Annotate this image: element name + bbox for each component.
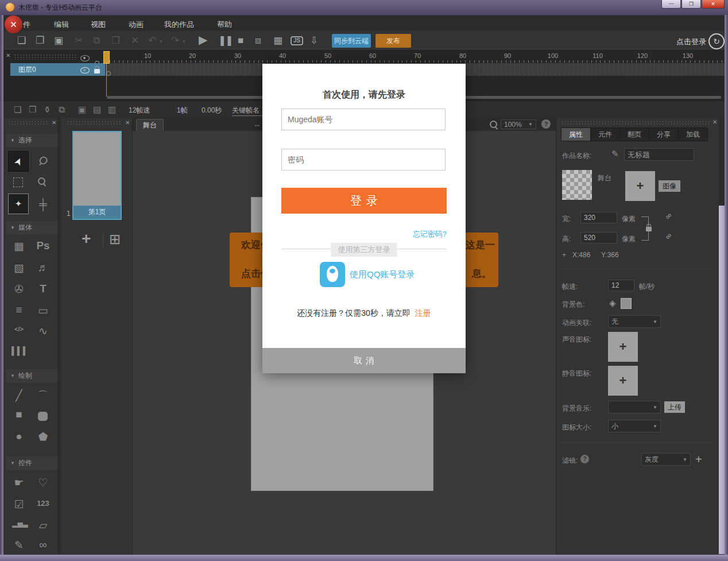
- duplicate-layer-icon[interactable]: ⧉: [59, 105, 65, 114]
- tab-paging[interactable]: 翻页: [620, 127, 649, 141]
- edit-name-icon[interactable]: ✎: [611, 149, 619, 159]
- polygon-tool[interactable]: ⬟: [34, 430, 52, 443]
- close-badge-button[interactable]: ✕: [5, 16, 22, 33]
- open-file-icon[interactable]: ❐: [36, 36, 44, 45]
- tab-components[interactable]: 元件: [591, 127, 620, 141]
- menu-help[interactable]: 帮助: [217, 20, 232, 30]
- photoshop-tool[interactable]: Ps: [34, 239, 52, 252]
- layer-lock-icon[interactable]: [94, 69, 100, 73]
- timeline-close-icon[interactable]: ✕: [6, 53, 10, 59]
- coupon-widget[interactable]: ▱: [34, 519, 52, 532]
- minimize-button[interactable]: —: [661, 0, 681, 9]
- password-input[interactable]: [281, 149, 446, 171]
- guides-tool[interactable]: ╪: [34, 198, 52, 211]
- new-file-icon[interactable]: ❏: [17, 36, 26, 45]
- anim-link-dropdown[interactable]: 无 ▼: [608, 315, 661, 328]
- upload-button[interactable]: 上传: [664, 401, 685, 413]
- stage-help-button[interactable]: ?: [541, 119, 551, 129]
- new-layer-icon[interactable]: ❏: [14, 105, 21, 114]
- maximize-button[interactable]: ❐: [681, 0, 701, 9]
- height-link-icon[interactable]: ∞: [663, 231, 673, 241]
- menu-animation[interactable]: 动画: [129, 20, 144, 30]
- export-icon[interactable]: ⇩: [310, 36, 318, 45]
- sign-widget[interactable]: ✎: [10, 539, 28, 552]
- section-draw[interactable]: ▼ 绘制: [6, 369, 59, 382]
- chart-tool[interactable]: ∿: [34, 324, 52, 338]
- line-tool[interactable]: ╱: [10, 389, 28, 402]
- register-link[interactable]: 注册: [415, 308, 431, 318]
- add-page-button[interactable]: +: [82, 230, 91, 248]
- qrcode-icon[interactable]: ▦: [273, 36, 282, 45]
- paste-icon[interactable]: ❒: [111, 36, 120, 45]
- menu-view[interactable]: 视图: [91, 20, 106, 30]
- like-widget[interactable]: ♡: [34, 476, 52, 489]
- clear-keyframe-icon[interactable]: ▥: [108, 105, 116, 114]
- rounded-rect-tool[interactable]: [38, 412, 48, 421]
- login-button[interactable]: 登录: [281, 188, 447, 214]
- rank-widget[interactable]: ▂▅▃: [10, 520, 30, 528]
- properties-scrollbar[interactable]: [719, 118, 725, 554]
- js-export-icon[interactable]: JS: [291, 36, 303, 45]
- undo-caret-icon[interactable]: ▾: [160, 37, 162, 47]
- ratio-lock-icon[interactable]: [646, 227, 652, 231]
- keyframe-dot[interactable]: [106, 71, 111, 76]
- delete-icon[interactable]: ✕: [131, 36, 139, 45]
- new-folder-icon[interactable]: ❐: [29, 105, 36, 114]
- cancel-button[interactable]: 取消: [262, 348, 466, 373]
- delete-layer-icon[interactable]: ⚱: [44, 105, 51, 114]
- add-mute-icon-button[interactable]: +: [608, 366, 638, 396]
- bgcolor-swatch[interactable]: [621, 298, 632, 309]
- circle-tool[interactable]: ●: [10, 430, 28, 443]
- audio-tool[interactable]: ♬: [34, 261, 52, 274]
- add-stage-image-button[interactable]: +: [625, 171, 655, 201]
- board-tool[interactable]: ▭: [34, 304, 52, 317]
- paint-bucket-icon[interactable]: ◈: [609, 298, 616, 308]
- section-media[interactable]: ▼ 媒体: [6, 221, 59, 234]
- menu-file[interactable]: 件: [23, 20, 30, 30]
- section-widgets[interactable]: ▼ 控件: [6, 456, 59, 470]
- tab-loading[interactable]: 加载: [679, 127, 708, 141]
- height-field[interactable]: 520: [580, 232, 617, 243]
- insert-page-button[interactable]: ⊞: [109, 231, 121, 247]
- login-status-button[interactable]: ↻: [708, 33, 725, 49]
- stage-zoom-icon[interactable]: [490, 121, 497, 128]
- timeline-drag-handle[interactable]: [14, 54, 76, 60]
- select-tool[interactable]: ➤: [8, 151, 29, 172]
- page-thumbnail[interactable]: 第1页: [72, 131, 122, 220]
- undo-icon[interactable]: ↶: [148, 36, 156, 45]
- image-tool[interactable]: ▧: [10, 261, 28, 274]
- redo-icon[interactable]: ↷: [171, 36, 179, 45]
- preview-icon[interactable]: ⧈: [255, 36, 261, 45]
- text-tool[interactable]: T: [34, 283, 52, 295]
- tools-close-icon[interactable]: ✕: [52, 120, 56, 126]
- barcode-tool[interactable]: ▍▍▍: [10, 346, 30, 355]
- menu-my-works[interactable]: 我的作品: [164, 20, 194, 30]
- work-name-field[interactable]: 无标题: [624, 148, 694, 161]
- width-field[interactable]: 320: [580, 212, 617, 223]
- frame-ruler[interactable]: 10 20 30 40 50 60 70 80 90 100 110 120 1…: [105, 51, 725, 63]
- bgmusic-dropdown[interactable]: ▼: [608, 401, 661, 413]
- qq-login-link[interactable]: 使用QQ账号登录: [350, 269, 415, 280]
- pages-drag-handle[interactable]: [67, 121, 121, 126]
- click-login-label[interactable]: 点击登录: [676, 37, 706, 47]
- forgot-password-link[interactable]: 忘记密码?: [413, 229, 447, 239]
- touch-widget[interactable]: ☛: [10, 476, 28, 489]
- account-input[interactable]: [281, 109, 446, 130]
- stage-bg-thumbnail[interactable]: [562, 170, 592, 200]
- redo-caret-icon[interactable]: ▾: [183, 37, 185, 47]
- properties-drag-handle[interactable]: [561, 121, 709, 126]
- counter-widget[interactable]: 123: [34, 499, 52, 508]
- code-tool[interactable]: </>: [10, 326, 28, 332]
- properties-close-icon[interactable]: ✕: [712, 119, 717, 125]
- layer-visibility-icon[interactable]: [80, 67, 90, 73]
- lasso-tool[interactable]: Ϙ: [34, 154, 52, 167]
- save-icon[interactable]: ▣: [54, 36, 63, 45]
- copy-icon[interactable]: ⧉: [93, 36, 100, 45]
- tools-drag-handle[interactable]: [8, 121, 48, 126]
- insert-keyframe-icon[interactable]: ▤: [93, 105, 101, 114]
- framerate-field[interactable]: 12: [608, 280, 634, 291]
- iconsize-dropdown[interactable]: 小 ▼: [608, 420, 661, 432]
- pages-close-icon[interactable]: ✕: [125, 120, 130, 126]
- library-tool[interactable]: ▦: [10, 239, 28, 253]
- rect-tool[interactable]: ■: [10, 408, 28, 421]
